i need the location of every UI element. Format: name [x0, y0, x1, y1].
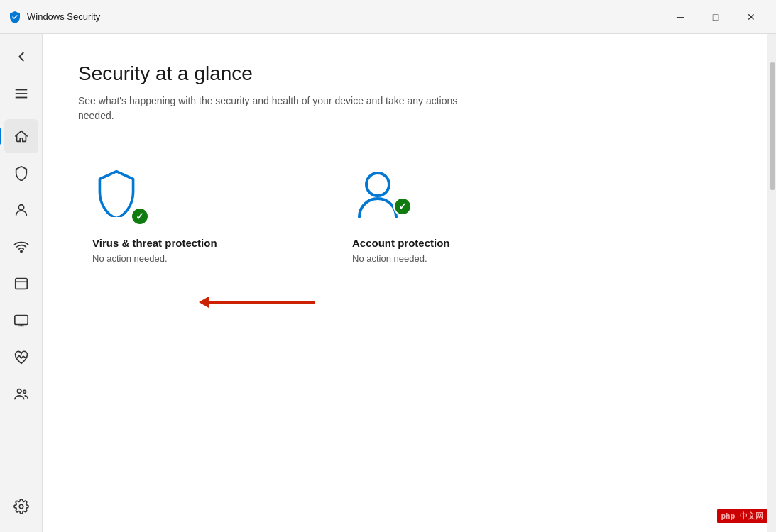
arrow-head: [199, 297, 209, 308]
maximize-button[interactable]: □: [699, 6, 732, 28]
sidebar-item-health[interactable]: [4, 340, 38, 375]
monitor-icon: [13, 313, 29, 328]
sidebar-item-app[interactable]: [4, 267, 38, 301]
sidebar-item-account[interactable]: [4, 193, 38, 227]
page-title: Security at a glance: [78, 62, 741, 85]
sidebar-item-menu[interactable]: [4, 77, 38, 111]
sidebar-item-device[interactable]: [4, 304, 38, 338]
person-icon: [13, 202, 29, 218]
sidebar-item-home[interactable]: [4, 119, 38, 153]
back-icon: [13, 49, 29, 65]
svg-point-3: [18, 205, 23, 210]
browser-icon: [13, 276, 29, 292]
arrow-annotation: [199, 297, 315, 308]
account-person-icon: [352, 169, 400, 222]
account-card-status: No action needed.: [352, 253, 561, 264]
svg-rect-7: [14, 316, 27, 325]
virus-threat-card[interactable]: ✓ Virus & threat protection No action ne…: [78, 152, 315, 281]
menu-icon: [13, 86, 29, 101]
sidebar-item-virus[interactable]: [4, 156, 38, 190]
account-protection-icon-wrapper: ✓: [352, 169, 409, 226]
app-title: Windows Security: [27, 11, 100, 22]
account-protection-card[interactable]: ✓ Account protection No action needed.: [338, 152, 575, 281]
app-icon: [9, 11, 21, 23]
settings-icon: [13, 499, 29, 514]
sidebar-item-back[interactable]: [4, 40, 38, 74]
account-card-title: Account protection: [352, 237, 561, 249]
page-subtitle: See what's happening with the security a…: [78, 94, 476, 123]
sidebar-item-firewall[interactable]: [4, 230, 38, 264]
sidebar-item-family[interactable]: [4, 377, 38, 411]
svg-point-4: [20, 250, 21, 252]
svg-point-11: [23, 390, 26, 393]
cards-grid: ✓ Virus & threat protection No action ne…: [78, 152, 575, 281]
home-icon: [13, 128, 29, 144]
main-content: Security at a glance See what's happenin…: [43, 34, 776, 532]
virus-check-badge: ✓: [131, 207, 149, 226]
family-icon: [13, 387, 29, 402]
scrollbar-thumb[interactable]: [770, 62, 775, 190]
health-icon: [13, 350, 29, 365]
title-bar-left: Windows Security: [9, 11, 100, 23]
watermark-text: php 中文网: [721, 511, 764, 521]
window-controls: ─ □ ✕: [664, 6, 767, 28]
minimize-button[interactable]: ─: [664, 6, 696, 28]
virus-card-status: No action needed.: [92, 253, 301, 264]
svg-point-10: [17, 389, 21, 394]
php-watermark: php 中文网: [717, 509, 768, 523]
scrollbar-track[interactable]: [767, 34, 776, 532]
svg-point-13: [366, 173, 389, 196]
svg-point-12: [19, 504, 23, 509]
sidebar-bottom: [4, 489, 38, 523]
close-button[interactable]: ✕: [735, 6, 767, 28]
wifi-icon: [13, 239, 29, 255]
shield-icon: [13, 165, 29, 181]
title-bar: Windows Security ─ □ ✕: [0, 0, 776, 34]
arrow-line: [209, 301, 315, 304]
account-check-badge: ✓: [393, 197, 412, 216]
virus-threat-icon-wrapper: ✓: [92, 169, 149, 226]
virus-card-title: Virus & threat protection: [92, 237, 301, 249]
sidebar: [0, 34, 43, 532]
svg-rect-5: [15, 279, 27, 289]
sidebar-item-settings[interactable]: [4, 489, 38, 523]
app-layout: Security at a glance See what's happenin…: [0, 34, 776, 532]
